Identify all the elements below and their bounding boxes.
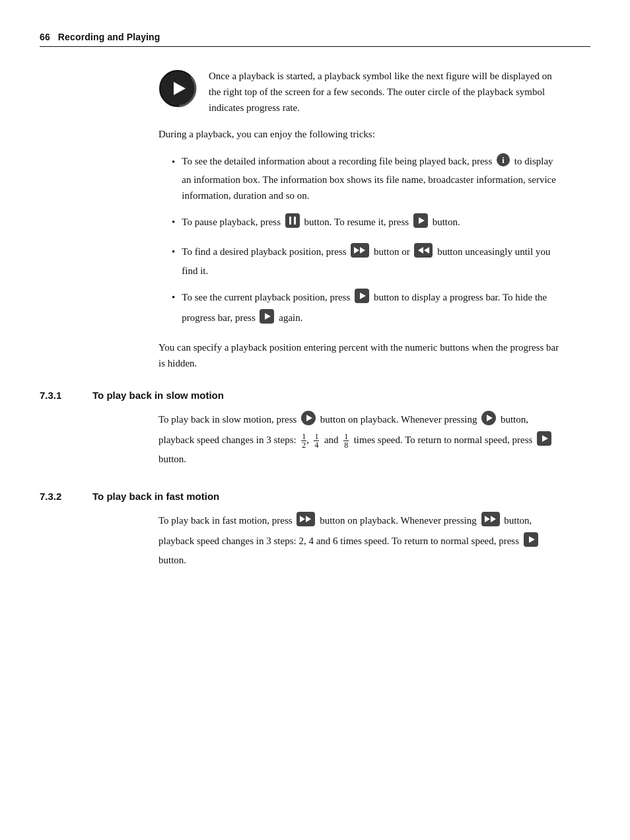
section-number-7-3-2: 7.3.2	[40, 491, 92, 502]
slow-motion-icon	[300, 410, 316, 431]
fraction-1-4: 14	[314, 433, 319, 449]
page: 66 Recording and Playing Once a playback…	[0, 0, 630, 840]
intro-paragraph1: Once a playback is started, a playback s…	[209, 68, 564, 116]
play-normal-icon	[536, 431, 552, 451]
play-dark-icon	[354, 288, 370, 308]
bullet-item-2: • To pause playback, press button. To re…	[172, 213, 564, 233]
bullet-list: • To see the detailed information about …	[172, 153, 564, 329]
intro-paragraph2: During a playback, you can enjoy the fol…	[158, 126, 564, 142]
bullet-item-1: • To see the detailed information about …	[172, 153, 564, 203]
section-heading-7-3-2: 7.3.2 To play back in fast motion	[40, 491, 590, 502]
section-title-7-3-2: To play back in fast motion	[92, 491, 219, 502]
info-icon: i	[496, 153, 510, 172]
play-icon-container	[158, 69, 197, 110]
page-number: 66	[40, 32, 50, 42]
page-header: 66 Recording and Playing	[40, 32, 590, 47]
section-content-7-3-1: To play back in slow motion, press butto…	[158, 410, 564, 467]
bullet-content-1: To see the detailed information about a …	[182, 153, 564, 203]
svg-rect-5	[285, 213, 300, 228]
section-7-3-1: 7.3.1 To play back in slow motion To pla…	[40, 390, 590, 467]
large-play-icon	[158, 69, 197, 108]
bullet-dot-4: •	[172, 289, 175, 305]
play-dark2-icon	[259, 308, 275, 329]
section-number-7-3-1: 7.3.1	[40, 390, 92, 401]
svg-rect-6	[289, 217, 291, 225]
bullet-dot-3: •	[172, 244, 175, 260]
fast-forward2-icon	[481, 511, 501, 532]
bullet-content-4: To see the current playback position, pr…	[182, 288, 564, 329]
play-small-icon	[413, 213, 429, 233]
intro-block: Once a playback is started, a playback s…	[158, 68, 564, 371]
intro-section: Once a playback is started, a playback s…	[158, 68, 564, 116]
fast-forward-icon	[296, 511, 316, 532]
page-title: Recording and Playing	[58, 32, 160, 42]
svg-rect-7	[294, 217, 296, 225]
section-title-7-3-1: To play back in slow motion	[92, 390, 224, 401]
section-7-3-2: 7.3.2 To play back in fast motion To pla…	[40, 491, 590, 568]
section-content-7-3-2: To play back in fast motion, press butto…	[158, 511, 564, 568]
fraction-1-8: 18	[343, 433, 349, 449]
bullet-item-3: • To find a desired playback position, p…	[172, 242, 564, 279]
play-normal2-icon	[523, 532, 539, 552]
bullet-item-4: • To see the current playback position, …	[172, 288, 564, 329]
slow-motion2-icon	[481, 410, 497, 431]
closing-paragraph: You can specify a playback position ente…	[158, 339, 564, 371]
fraction-1-2: 12	[301, 433, 306, 449]
bullet-content-2: To pause playback, press button. To resu…	[182, 213, 564, 233]
bullet-content-3: To find a desired playback position, pre…	[182, 242, 564, 279]
svg-text:i: i	[502, 155, 505, 165]
bullet-dot-2: •	[172, 214, 175, 230]
forward-icon	[350, 242, 370, 263]
pause-icon	[285, 213, 300, 233]
section-heading-7-3-1: 7.3.1 To play back in slow motion	[40, 390, 590, 401]
bullet-dot-1: •	[172, 154, 175, 170]
rewind-icon	[413, 242, 433, 263]
